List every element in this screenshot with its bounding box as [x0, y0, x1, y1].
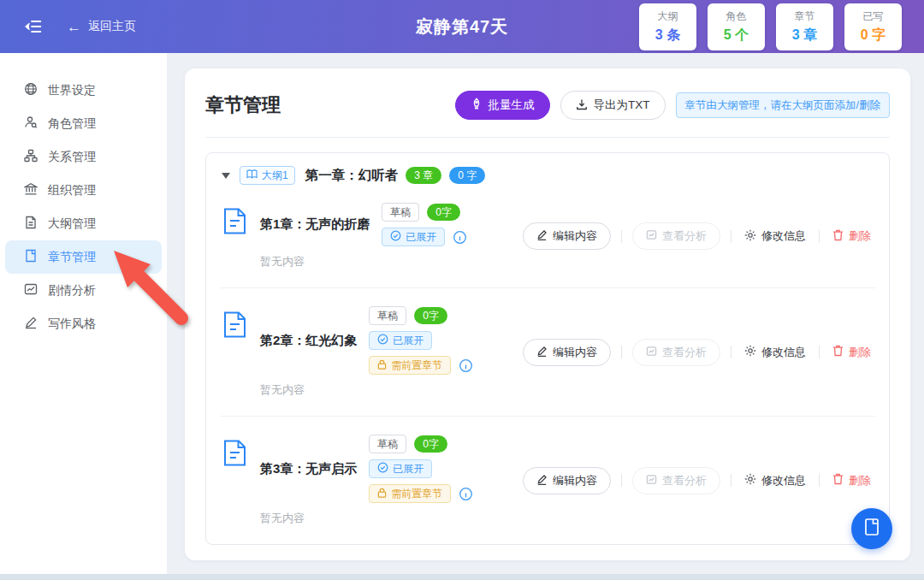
view-analysis-button[interactable]: 查看分析: [632, 467, 720, 494]
expanded-badge: 已展开: [369, 459, 432, 478]
modify-info-button[interactable]: 修改信息: [742, 473, 808, 488]
back-home-link[interactable]: ← 返回主页: [67, 19, 136, 34]
view-analysis-button[interactable]: 查看分析: [632, 339, 720, 366]
prerequisite-label: 需前置章节: [391, 487, 442, 501]
wordcount-badge: 0字: [414, 435, 447, 453]
expanded-label: 已展开: [406, 230, 436, 245]
edit-content-button[interactable]: 编辑内容: [523, 339, 611, 366]
chapter-actions: 编辑内容 查看分析 修改信息 删除: [523, 222, 874, 250]
stat-value: 0 字: [861, 27, 886, 44]
stat-label: 大纲: [658, 9, 678, 24]
view-analysis-button[interactable]: 查看分析: [632, 222, 720, 250]
edit-content-button[interactable]: 编辑内容: [523, 467, 611, 494]
chart-icon: [646, 229, 657, 243]
pen-icon: [536, 474, 548, 488]
word-count-pill: 0 字: [449, 167, 485, 184]
stat-card-characters: 角色 5 个: [708, 3, 765, 50]
batch-generate-label: 批量生成: [489, 98, 535, 113]
fold-icon[interactable]: [24, 16, 44, 37]
lock-icon: [377, 488, 387, 500]
sidebar-item-world[interactable]: 世界设定: [5, 74, 162, 107]
outline-group-box: 大纲1 第一章：幻听者 3 章 0 字 第1章：无声的折磨 草稿: [205, 152, 890, 545]
page-title: 章节管理: [205, 92, 281, 118]
stat-label: 章节: [795, 9, 815, 24]
divider: [621, 474, 622, 487]
chapter-row: 第3章：无声启示 草稿 0字 已展开: [220, 416, 875, 544]
pen-icon: [536, 229, 548, 243]
sidebar-item-label: 角色管理: [48, 116, 96, 132]
stat-label: 已写: [863, 9, 884, 24]
back-home-label: 返回主页: [88, 19, 136, 34]
chapters-managed-notice: 章节由大纲管理，请在大纲页面添加/删除: [676, 92, 890, 118]
trash-icon: [832, 229, 844, 244]
chapter-row: 第2章：红光幻象 草稿 0字 已展开: [220, 287, 875, 416]
check-circle-icon: [390, 230, 401, 244]
info-icon[interactable]: [459, 358, 473, 373]
delete-button[interactable]: 删除: [830, 345, 874, 360]
gear-icon: [744, 473, 756, 488]
sidebar-item-label: 章节管理: [48, 250, 96, 265]
sidebar-item-writing-style[interactable]: 写作风格: [5, 307, 162, 340]
modify-info-button[interactable]: 修改信息: [742, 228, 808, 244]
status-badge: 草稿: [369, 435, 406, 453]
stat-value: 5 个: [724, 27, 749, 44]
page-icon: [24, 249, 38, 265]
sidebar-item-organizations[interactable]: 组织管理: [5, 174, 162, 207]
chapter-actions: 编辑内容 查看分析 修改信息 删除: [523, 339, 874, 366]
rocket-icon: [471, 98, 483, 113]
delete-label: 删除: [849, 228, 871, 244]
modify-info-label: 修改信息: [761, 345, 806, 360]
prerequisite-label: 需前置章节: [391, 358, 442, 373]
sidebar-item-characters[interactable]: 角色管理: [5, 107, 162, 140]
floating-document-button[interactable]: [851, 508, 892, 549]
sidebar-item-label: 关系管理: [48, 150, 96, 165]
header-divider: [205, 137, 890, 138]
modify-info-button[interactable]: 修改信息: [742, 345, 808, 360]
delete-button[interactable]: 删除: [830, 228, 874, 244]
info-icon[interactable]: [459, 487, 473, 501]
main-content-card: 章节管理 批量生成 导出为TXT 章节由大纲管理，请在大纲页面添加/删除 大: [185, 68, 910, 560]
status-badge: 草稿: [369, 306, 406, 325]
delete-button[interactable]: 删除: [830, 473, 874, 488]
info-icon[interactable]: [453, 230, 467, 245]
collapse-caret-icon[interactable]: [222, 173, 230, 179]
globe-icon: [24, 82, 38, 98]
sidebar-item-plot-analysis[interactable]: 剧情分析: [5, 274, 162, 307]
prerequisite-badge: 需前置章节: [369, 356, 451, 375]
gear-icon: [744, 345, 756, 359]
stat-value: 3 条: [655, 27, 680, 44]
sidebar-item-label: 大纲管理: [48, 216, 96, 232]
sidebar-item-label: 剧情分析: [48, 283, 96, 299]
card-header: 章节管理 批量生成 导出为TXT 章节由大纲管理，请在大纲页面添加/删除: [205, 91, 890, 120]
divider: [819, 346, 820, 358]
delete-label: 删除: [849, 473, 871, 488]
wordcount-badge: 0字: [427, 204, 460, 221]
expanded-badge: 已展开: [382, 228, 445, 246]
check-circle-icon: [377, 334, 388, 347]
download-icon: [576, 98, 588, 113]
bank-icon: [24, 182, 38, 198]
chart-icon: [646, 474, 657, 488]
view-analysis-label: 查看分析: [662, 345, 707, 360]
chart-icon: [24, 282, 38, 299]
gear-icon: [744, 229, 756, 244]
view-analysis-label: 查看分析: [662, 228, 707, 244]
outline-badge: 大纲1: [240, 166, 295, 185]
chapter-actions: 编辑内容 查看分析 修改信息 删除: [523, 467, 874, 494]
export-txt-button[interactable]: 导出为TXT: [560, 91, 666, 120]
sidebar-item-outlines[interactable]: 大纲管理: [5, 207, 162, 240]
edit-content-button[interactable]: 编辑内容: [523, 222, 611, 250]
lock-icon: [377, 359, 387, 372]
sidebar-item-chapters[interactable]: 章节管理: [5, 240, 162, 274]
person-icon: [24, 115, 38, 132]
divider: [819, 230, 820, 243]
sidebar-item-relations[interactable]: 关系管理: [5, 140, 162, 174]
batch-generate-button[interactable]: 批量生成: [455, 91, 550, 120]
divider: [621, 230, 622, 243]
no-content-text: 暂无内容: [260, 254, 467, 269]
chapter-count-pill: 3 章: [406, 167, 441, 184]
chapter-doc-icon: [223, 440, 246, 470]
no-content-text: 暂无内容: [260, 382, 473, 398]
edit-content-label: 编辑内容: [553, 473, 597, 488]
sidebar-item-label: 写作风格: [48, 317, 96, 332]
